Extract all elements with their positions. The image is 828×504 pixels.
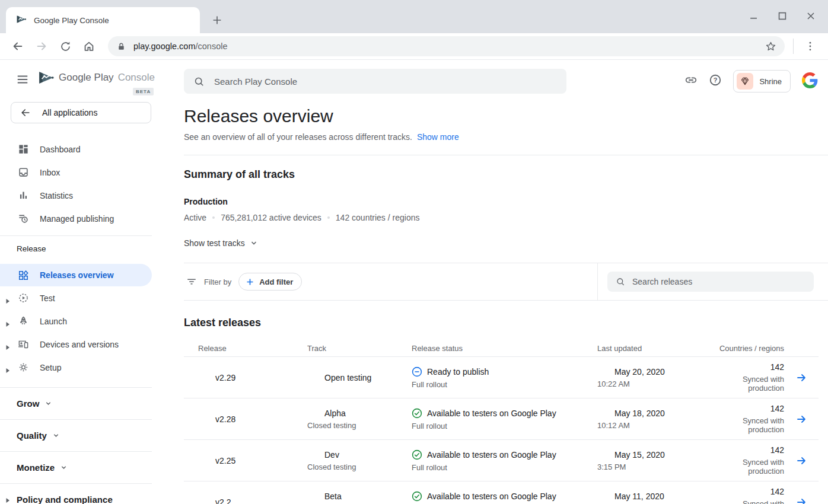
app-switcher-button[interactable]: Shrine <box>733 70 791 92</box>
sidebar-item-inbox[interactable]: Inbox <box>0 161 167 184</box>
arrow-right-icon[interactable] <box>795 496 807 504</box>
track-sub: Closed testing <box>307 421 412 430</box>
sidebar-item-devices-and-versions[interactable]: Devices and versions <box>0 333 167 356</box>
countries-count: 142 <box>706 404 784 413</box>
countries-count: 142 <box>706 487 784 496</box>
countries-count: 142 <box>706 445 784 455</box>
new-tab-button[interactable] <box>209 12 225 28</box>
url-host: play.google.com <box>133 42 196 51</box>
track-devices: 765,281,012 active devices <box>221 213 321 222</box>
sidebar-section-grow[interactable]: Grow <box>0 387 152 419</box>
sidebar-item-statistics[interactable]: Statistics <box>0 184 167 207</box>
home-button[interactable] <box>77 34 101 58</box>
minimize-button[interactable] <box>747 9 760 23</box>
all-applications-button[interactable]: All applications <box>11 102 151 123</box>
sidebar-item-label: Inbox <box>40 168 60 177</box>
sidebar-section-label: Monetize <box>17 462 55 473</box>
sidebar-section-quality[interactable]: Quality <box>0 419 152 451</box>
show-test-tracks-toggle[interactable]: Show test tracks <box>184 238 828 248</box>
back-button[interactable] <box>6 34 30 58</box>
sidebar-item-label: Dashboard <box>40 145 81 154</box>
show-more-link[interactable]: Show more <box>417 132 459 142</box>
toolbar-divider <box>793 39 794 54</box>
address-bar[interactable]: play.google.com/console <box>108 36 785 56</box>
sidebar: Google Play Console BETA All application… <box>0 60 167 503</box>
shrine-app-icon <box>737 73 753 90</box>
status-sub: Full rollout <box>412 422 597 430</box>
maximize-button[interactable] <box>776 9 789 23</box>
browser-tab[interactable]: Google Play Console <box>6 7 200 33</box>
search-input[interactable] <box>214 76 557 87</box>
all-applications-label: All applications <box>42 108 97 117</box>
beta-badge: BETA <box>133 88 154 95</box>
date-cell: May 20, 2020 <box>597 367 706 377</box>
date-cell: May 18, 2020 <box>597 409 706 418</box>
filter-bar: Filter by Add filter <box>184 263 828 301</box>
browser-menu-button[interactable] <box>798 34 822 58</box>
search-icon <box>616 277 625 286</box>
sidebar-section-monetize[interactable]: Monetize <box>0 451 152 483</box>
home-icon <box>82 40 95 53</box>
release-version: v2.2 <box>198 497 307 504</box>
tab-strip: Google Play Console <box>0 0 828 33</box>
sidebar-section-label: Quality <box>17 430 47 441</box>
search-releases-box[interactable] <box>607 272 814 292</box>
track-meta: Active 765,281,012 active devices 142 co… <box>184 213 828 222</box>
close-button[interactable] <box>804 9 817 23</box>
chevron-down-icon <box>45 400 52 407</box>
summary-heading: Summary of all tracks <box>184 168 828 181</box>
sidebar-item-setup[interactable]: Setup <box>0 356 167 379</box>
status-sub: Full rollout <box>412 380 597 389</box>
sidebar-item-test[interactable]: Test <box>0 286 167 310</box>
table-row[interactable]: v2.2 BetaClosed testing Available to tes… <box>184 481 819 504</box>
search-releases-input[interactable] <box>632 277 805 286</box>
menu-button[interactable] <box>16 73 29 88</box>
tab-title: Google Play Console <box>34 16 109 25</box>
sidebar-item-releases-overview[interactable]: Releases overview <box>0 264 152 286</box>
arrow-right-icon[interactable] <box>795 372 807 384</box>
forward-icon <box>35 40 48 53</box>
test-icon <box>18 292 29 304</box>
status-text: Available to testers on Google Play <box>427 492 556 501</box>
track-cell: Alpha <box>307 409 412 418</box>
column-countries: Countries / regions <box>706 344 784 353</box>
time-cell: 10:22 AM <box>597 379 706 388</box>
help-button[interactable]: ? <box>709 74 722 89</box>
forward-button[interactable] <box>30 34 53 58</box>
table-row[interactable]: v2.25 DevClosed testing Available to tes… <box>184 440 819 481</box>
section-divider <box>184 155 828 155</box>
sidebar-item-label: Setup <box>40 363 62 372</box>
google-account-button[interactable] <box>802 72 818 91</box>
table-row[interactable]: v2.29 Open testing Ready to publish Full… <box>184 357 819 398</box>
inbox-icon <box>18 167 29 178</box>
check-circle-icon <box>412 408 422 419</box>
sidebar-section-policy-and-compliance[interactable]: Policy and compliance <box>0 483 152 504</box>
sidebar-item-label: Launch <box>40 317 67 326</box>
chevron-down-icon <box>250 240 257 247</box>
more-vertical-icon <box>804 40 816 52</box>
sidebar-item-managed-publishing[interactable]: Managed publishing <box>0 207 167 230</box>
window-controls <box>747 9 817 23</box>
sidebar-item-dashboard[interactable]: Dashboard <box>0 138 167 161</box>
column-track: Track <box>307 344 412 353</box>
add-filter-button[interactable]: Add filter <box>238 273 302 291</box>
countries-count: 142 <box>706 362 784 372</box>
bookmark-star-button[interactable] <box>761 37 780 56</box>
google-g-icon <box>802 72 818 88</box>
status-text: Available to testers on Google Play <box>427 409 556 418</box>
play-console-search[interactable] <box>184 69 566 94</box>
plus-icon <box>246 277 254 286</box>
sidebar-section-label: Policy and compliance <box>17 495 113 504</box>
sidebar-nav: Dashboard Inbox Statistics Managed publi… <box>0 138 167 504</box>
column-release: Release <box>184 344 307 353</box>
arrow-right-icon[interactable] <box>795 413 807 425</box>
sidebar-item-launch[interactable]: Launch <box>0 310 167 333</box>
track-cell: Dev <box>307 450 412 460</box>
hamburger-icon <box>16 73 29 86</box>
arrow-right-icon[interactable] <box>795 455 807 467</box>
dot-separator <box>327 216 330 219</box>
link-button[interactable] <box>684 74 698 89</box>
gem-icon <box>740 76 750 87</box>
reload-button[interactable] <box>53 34 77 58</box>
table-row[interactable]: v2.28 AlphaClosed testing Available to t… <box>184 398 819 440</box>
